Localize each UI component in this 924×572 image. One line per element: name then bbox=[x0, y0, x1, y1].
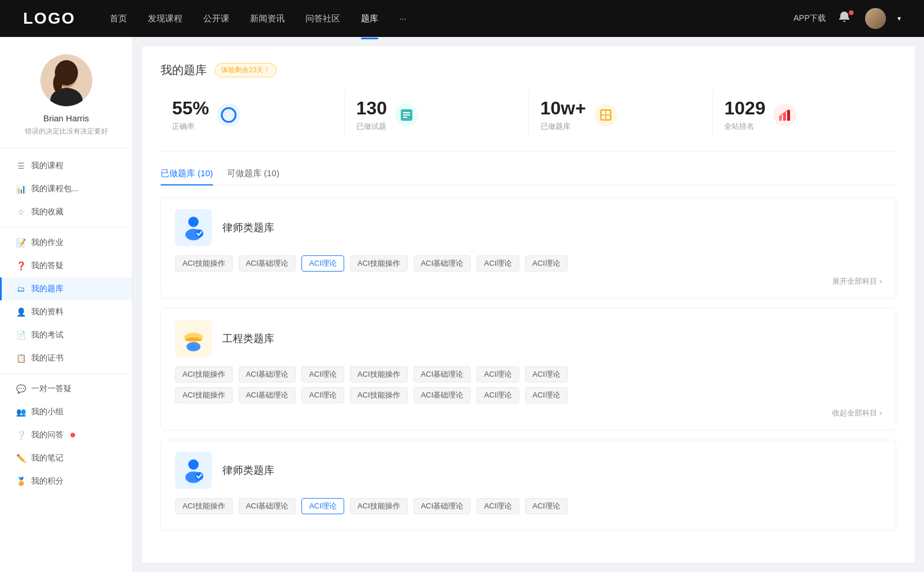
qbank-tag-active[interactable]: ACI理论 bbox=[301, 255, 344, 272]
user-dropdown-icon[interactable]: ▾ bbox=[897, 14, 901, 23]
tab-todo[interactable]: 可做题库 (10) bbox=[227, 168, 280, 185]
points-icon: 🏅 bbox=[16, 477, 25, 486]
homework-icon: 📝 bbox=[16, 238, 25, 247]
sidebar-item-one-on-one[interactable]: 💬 一对一答疑 bbox=[0, 377, 132, 400]
svg-point-6 bbox=[222, 108, 236, 122]
cert-icon: 📋 bbox=[16, 354, 25, 363]
sidebar-avatar bbox=[40, 54, 92, 106]
sidebar-item-my-homework[interactable]: 📝 我的作业 bbox=[0, 231, 132, 254]
qbank-tag[interactable]: ACI技能操作 bbox=[350, 387, 408, 403]
sidebar-menu: ☰ 我的课程 📊 我的课程包... ☆ 我的收藏 📝 我的作业 ❓ 我的答疑 🗂 bbox=[0, 154, 132, 493]
qbank-name-engineer-1: 工程类题库 bbox=[222, 332, 274, 346]
menu-divider-1 bbox=[0, 227, 132, 228]
stat-site-rank-icon bbox=[773, 103, 796, 127]
qbank-section-lawyer-1: 律师类题库 ACI技能操作 ACI基础理论 ACI理论 ACI技能操作 ACI基… bbox=[161, 197, 896, 299]
qbank-tag[interactable]: ACI理论 bbox=[301, 366, 344, 382]
stat-done-questions: 130 已做试题 bbox=[345, 92, 529, 138]
qbank-tag[interactable]: ACI技能操作 bbox=[175, 366, 233, 382]
avatar-image bbox=[40, 54, 92, 106]
course-icon: ☰ bbox=[16, 161, 25, 170]
sidebar-item-my-course[interactable]: ☰ 我的课程 bbox=[0, 154, 132, 177]
qbank-tag[interactable]: ACI技能操作 bbox=[175, 255, 233, 272]
main-content: 我的题库 体验剩余23天！ 55% 正确率 bbox=[142, 46, 915, 563]
qbank-tag[interactable]: ACI理论 bbox=[476, 255, 519, 272]
sidebar-item-one-on-one-label: 一对一答疑 bbox=[31, 384, 72, 394]
sidebar-item-my-group-label: 我的小组 bbox=[31, 407, 64, 417]
nav-home[interactable]: 首页 bbox=[110, 11, 127, 27]
qbank-tag[interactable]: ACI技能操作 bbox=[350, 366, 408, 382]
qbank-tag[interactable]: ACI理论 bbox=[476, 498, 519, 514]
nav-qbank[interactable]: 题库 bbox=[361, 11, 378, 27]
profile-icon: 👤 bbox=[16, 307, 25, 317]
qbank-tag[interactable]: ACI技能操作 bbox=[175, 498, 233, 514]
qbank-tag[interactable]: ACI理论 bbox=[301, 387, 344, 403]
qbank-tag[interactable]: ACI基础理论 bbox=[413, 498, 471, 514]
navbar-right: APP下载 ▾ bbox=[793, 8, 901, 29]
nav-open[interactable]: 公开课 bbox=[203, 11, 229, 27]
sidebar-item-my-profile[interactable]: 👤 我的资料 bbox=[0, 300, 132, 324]
sidebar-item-my-exam[interactable]: 📄 我的考试 bbox=[0, 324, 132, 347]
sidebar-item-my-course-pkg[interactable]: 📊 我的课程包... bbox=[0, 177, 132, 200]
notes-icon: ✏️ bbox=[16, 454, 25, 463]
sidebar-item-my-profile-label: 我的资料 bbox=[31, 307, 64, 317]
trial-badge: 体验剩余23天！ bbox=[215, 63, 277, 77]
qbank-tag-active[interactable]: ACI理论 bbox=[301, 498, 344, 514]
qbank-tag[interactable]: ACI技能操作 bbox=[350, 255, 408, 272]
qbank-tag[interactable]: ACI技能操作 bbox=[175, 387, 233, 403]
qbank-tag[interactable]: ACI理论 bbox=[476, 387, 519, 403]
qbank-tag[interactable]: ACI基础理论 bbox=[413, 366, 471, 382]
tab-done[interactable]: 已做题库 (10) bbox=[161, 168, 213, 185]
svg-rect-13 bbox=[606, 111, 610, 114]
sidebar-item-my-notes-label: 我的笔记 bbox=[31, 453, 64, 463]
pkg-icon: 📊 bbox=[16, 184, 25, 194]
svg-point-25 bbox=[187, 342, 200, 351]
notification-dot bbox=[849, 10, 854, 15]
sidebar-item-my-qa-label: 我的答疑 bbox=[31, 261, 64, 271]
qbank-tag[interactable]: ACI理论 bbox=[476, 366, 519, 382]
sidebar-item-my-questions[interactable]: ❔ 我的问答 bbox=[0, 424, 132, 447]
qbank-tags-engineer-row1: ACI技能操作 ACI基础理论 ACI理论 ACI技能操作 ACI基础理论 AC… bbox=[175, 366, 882, 382]
qbank-tag[interactable]: ACI理论 bbox=[525, 255, 568, 272]
svg-rect-16 bbox=[779, 116, 782, 121]
star-icon: ☆ bbox=[16, 207, 25, 217]
qbank-tag[interactable]: ACI基础理论 bbox=[239, 366, 296, 382]
qbank-tag[interactable]: ACI基础理论 bbox=[413, 255, 471, 272]
app-download-button[interactable]: APP下载 bbox=[793, 13, 826, 24]
sidebar-item-my-exam-label: 我的考试 bbox=[31, 330, 64, 340]
sidebar-item-my-group[interactable]: 👥 我的小组 bbox=[0, 400, 132, 424]
qbank-tag[interactable]: ACI理论 bbox=[525, 366, 568, 382]
stat-site-rank-value: 1029 bbox=[724, 98, 765, 119]
nav-news[interactable]: 新闻资讯 bbox=[250, 11, 285, 27]
stat-done-banks: 10w+ 已做题库 bbox=[529, 92, 713, 138]
qbank-tag[interactable]: ACI技能操作 bbox=[350, 498, 408, 514]
qbank-tag[interactable]: ACI基础理论 bbox=[239, 387, 296, 403]
sidebar-item-my-cert[interactable]: 📋 我的证书 bbox=[0, 347, 132, 370]
sidebar-item-my-qbank[interactable]: 🗂 我的题库 bbox=[0, 277, 132, 300]
qbank-tag[interactable]: ACI理论 bbox=[525, 387, 568, 403]
qbank-header-lawyer-2: 律师类题库 bbox=[175, 452, 882, 489]
qbank-tag[interactable]: ACI基础理论 bbox=[413, 387, 471, 403]
stat-site-rank-label: 全站排名 bbox=[724, 121, 765, 132]
qbank-tags-engineer-row2: ACI技能操作 ACI基础理论 ACI理论 ACI技能操作 ACI基础理论 AC… bbox=[175, 387, 882, 403]
sidebar-item-my-qa[interactable]: ❓ 我的答疑 bbox=[0, 254, 132, 277]
sidebar-item-my-points[interactable]: 🏅 我的积分 bbox=[0, 470, 132, 493]
qbank-icon-engineer-1 bbox=[175, 320, 212, 357]
avatar[interactable] bbox=[865, 8, 886, 29]
qbank-tag[interactable]: ACI基础理论 bbox=[239, 255, 296, 272]
nav-qa[interactable]: 问答社区 bbox=[305, 11, 340, 27]
qbank-tags-lawyer-1: ACI技能操作 ACI基础理论 ACI理论 ACI技能操作 ACI基础理论 AC… bbox=[175, 255, 882, 272]
notification-bell[interactable] bbox=[837, 10, 854, 27]
qbank-expand-lawyer-1[interactable]: 展开全部科目 › bbox=[175, 276, 882, 287]
stat-done-questions-label: 已做试题 bbox=[356, 121, 387, 132]
sidebar-item-my-fav[interactable]: ☆ 我的收藏 bbox=[0, 200, 132, 224]
sidebar-item-my-cert-label: 我的证书 bbox=[31, 353, 64, 363]
nav-more[interactable]: ··· bbox=[399, 11, 407, 27]
stat-done-questions-value: 130 bbox=[356, 98, 387, 119]
sidebar-item-my-notes[interactable]: ✏️ 我的笔记 bbox=[0, 447, 132, 470]
qbank-tag[interactable]: ACI理论 bbox=[525, 498, 568, 514]
stat-done-questions-icon bbox=[395, 103, 418, 127]
nav-discover[interactable]: 发现课程 bbox=[148, 11, 182, 27]
qbank-collapse-engineer-1[interactable]: 收起全部科目 › bbox=[175, 408, 882, 418]
qbank-tag[interactable]: ACI基础理论 bbox=[239, 498, 296, 514]
logo[interactable]: LOGO bbox=[23, 9, 75, 28]
